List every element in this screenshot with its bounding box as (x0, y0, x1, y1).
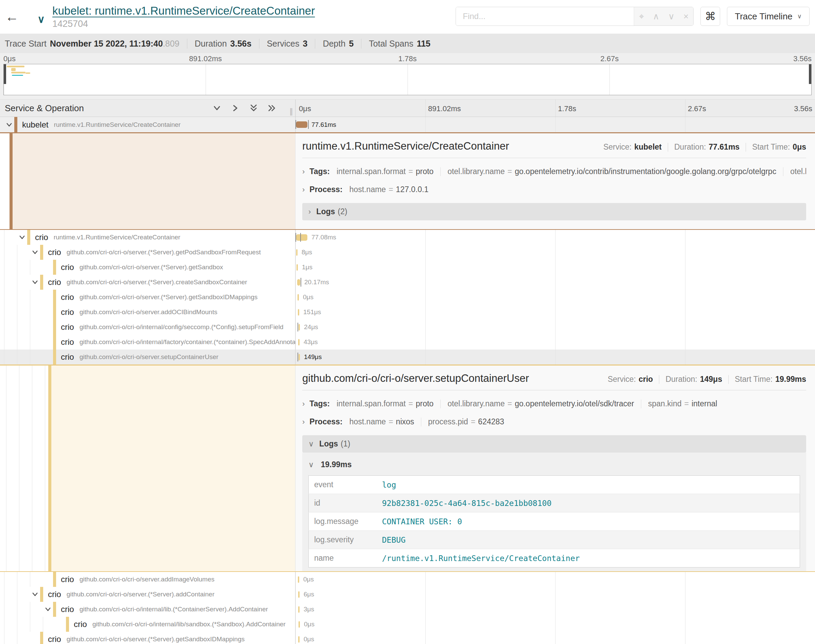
log-fields-table: event log id 92b82381-025c-4a64-815c-ba2… (308, 475, 800, 567)
logs-toggle[interactable]: › Logs(2) (302, 203, 806, 220)
span-row-getsandboxidmappings[interactable]: crio github.com/cri-o/cri-o/server.(*Ser… (0, 290, 815, 305)
prev-match-icon[interactable]: ∧ (653, 11, 659, 22)
detail-title: github.com/cri-o/cri-o/server.setupConta… (302, 372, 529, 385)
service-name: crio (48, 278, 61, 287)
log-field-row: name /runtime.v1.RuntimeService/CreateCo… (309, 549, 800, 567)
find-input[interactable] (456, 7, 634, 26)
service-name: kubelet (22, 120, 48, 130)
row-expand-chevron-icon[interactable] (43, 606, 53, 613)
span-row-specaddannotations[interactable]: crio github.com/cri-o/cri-o/internal/fac… (0, 334, 815, 350)
span-bar[interactable] (297, 264, 298, 271)
span-bar[interactable] (299, 324, 300, 331)
minimap-span (11, 72, 26, 74)
process-row[interactable]: › Process: host.name=nixos process.pid=6… (302, 417, 806, 426)
trace-id: 1425704 (52, 19, 315, 29)
operation-name: github.com/cri-o/cri-o/internal/config/s… (80, 324, 283, 331)
span-bar[interactable] (297, 279, 300, 286)
minimap-span (26, 72, 30, 74)
row-timeline: 24μs (295, 320, 815, 334)
row-expand-chevron-icon[interactable] (17, 234, 27, 241)
timeline-minimap: 0μs 891.02ms 1.78s 2.67s 3.56s (0, 53, 815, 99)
span-row-lib-addcontainer[interactable]: crio github.com/cri-o/cri-o/internal/lib… (0, 602, 815, 617)
span-duration: 0μs (303, 293, 314, 301)
log-entry-toggle[interactable]: ∨ 19.99ms (308, 460, 800, 469)
operation-name: github.com/cri-o/cri-o/server.(*Server).… (80, 293, 258, 301)
span-bar[interactable] (298, 339, 300, 345)
row-expand-chevron-icon[interactable] (30, 249, 40, 256)
minimap-canvas[interactable] (3, 64, 812, 95)
chevron-right-icon: › (302, 400, 305, 408)
clear-search-icon[interactable]: × (683, 11, 688, 22)
service-name: crio (48, 635, 61, 644)
span-row-addimagevolumes[interactable]: crio github.com/cri-o/cri-o/server.addIm… (0, 572, 815, 587)
service-name: crio (74, 619, 87, 629)
next-match-icon[interactable]: ∨ (668, 11, 674, 22)
keyboard-shortcuts-button[interactable]: ⌘ (700, 7, 720, 26)
collapse-one-icon[interactable] (213, 104, 221, 112)
row-expand-chevron-icon[interactable] (30, 279, 40, 286)
process-row[interactable]: › Process: host.name=127.0.0.1 (302, 185, 806, 194)
chevron-down-icon: ∨ (797, 12, 802, 20)
operation-name: github.com/cri-o/cri-o/internal/factory/… (80, 338, 295, 346)
view-selector-button[interactable]: Trace Timeline ∨ (727, 7, 810, 26)
span-bar[interactable] (298, 636, 300, 642)
span-bar[interactable] (296, 234, 307, 241)
tags-row[interactable]: › Tags: internal.span.format=proto otel.… (302, 167, 806, 176)
trace-duration: Duration3.56s (187, 39, 251, 49)
row-timeline: 3μs (295, 602, 815, 617)
service-name: crio (61, 575, 74, 584)
span-duration: 8μs (302, 248, 312, 256)
operation-name: github.com/cri-o/cri-o/server.(*Server).… (80, 264, 223, 271)
span-bar[interactable] (299, 621, 300, 628)
trace-depth: Depth5 (315, 39, 354, 49)
span-bar[interactable] (299, 354, 300, 360)
span-duration: 43μs (303, 338, 318, 346)
service-operation-header: Service & Operation ∥ (0, 100, 295, 117)
span-row-sandbox-addcontainer[interactable]: crio github.com/cri-o/cri-o/internal/lib… (0, 617, 815, 632)
span-row-kubelet-createcontainer[interactable]: kubelet runtime.v1.RuntimeService/Create… (0, 117, 815, 132)
trace-services: Services3 (259, 39, 308, 49)
span-row-addcontainer[interactable]: crio github.com/cri-o/cri-o/server.(*Ser… (0, 587, 815, 602)
span-bar[interactable] (298, 577, 299, 583)
operation-name: github.com/cri-o/cri-o/server.setupConta… (80, 353, 219, 361)
find-controls: ⌖ ∧ ∨ × (634, 7, 693, 26)
back-button[interactable]: ← (0, 0, 24, 34)
span-row-seccomp-setupfromfield[interactable]: crio github.com/cri-o/cri-o/internal/con… (0, 320, 815, 334)
span-bar[interactable] (298, 606, 300, 613)
span-bar[interactable] (298, 591, 300, 598)
logs-toggle[interactable]: ∨ Logs(1) (302, 435, 806, 452)
expand-one-icon[interactable] (231, 104, 239, 112)
span-row-setupcontaineruser[interactable]: crio github.com/cri-o/cri-o/server.setup… (0, 350, 815, 365)
span-bar[interactable] (298, 309, 299, 316)
trace-collapse-chevron-icon[interactable]: ∨ (37, 13, 45, 25)
span-duration: 149μs (304, 353, 322, 361)
detail-meta: Service:kubelet Duration:77.61ms Start T… (603, 143, 806, 152)
copy-link-icon[interactable] (798, 228, 806, 229)
span-row-addocibindmounts[interactable]: crio github.com/cri-o/cri-o/server.addOC… (0, 305, 815, 320)
operation-name: github.com/cri-o/cri-o/internal/lib/sand… (92, 621, 286, 628)
trace-timeline-page: ← ∨ kubelet: runtime.v1.RuntimeService/C… (0, 0, 815, 644)
span-bar[interactable] (297, 294, 299, 301)
span-bar[interactable] (296, 249, 297, 256)
service-name: crio (61, 322, 74, 332)
focus-match-icon[interactable]: ⌖ (639, 11, 644, 22)
span-row-createsandboxcontainer[interactable]: crio github.com/cri-o/cri-o/server.(*Ser… (0, 275, 815, 290)
trace-total-spans: Total Spans115 (361, 39, 430, 49)
row-timeline: 0μs (295, 617, 815, 632)
row-expand-chevron-icon[interactable] (4, 121, 14, 128)
span-row-getsandbox[interactable]: crio github.com/cri-o/cri-o/server.(*Ser… (0, 260, 815, 275)
collapse-all-icon[interactable] (250, 104, 258, 112)
minimap-right-handle[interactable] (809, 64, 811, 84)
expand-all-icon[interactable] (268, 104, 276, 112)
span-duration: 3μs (303, 606, 314, 613)
operation-name: runtime.v1.RuntimeService/CreateContaine… (54, 234, 181, 241)
minimap-left-handle[interactable] (4, 64, 6, 84)
span-row-crio-createcontainer[interactable]: crio runtime.v1.RuntimeService/CreateCon… (0, 230, 815, 245)
span-bar[interactable] (296, 121, 307, 128)
tags-row[interactable]: › Tags: internal.span.format=proto otel.… (302, 399, 806, 408)
trace-title-link[interactable]: kubelet: runtime.v1.RuntimeService/Creat… (52, 5, 315, 17)
span-row-getsandboxidmappings-2[interactable]: crio github.com/cri-o/cri-o/server.(*Ser… (0, 632, 815, 644)
row-expand-chevron-icon[interactable] (30, 591, 40, 598)
column-resizer-handle[interactable]: ∥ (290, 107, 293, 116)
span-row-getpodsandboxfromrequest[interactable]: crio github.com/cri-o/cri-o/server.(*Ser… (0, 245, 815, 260)
